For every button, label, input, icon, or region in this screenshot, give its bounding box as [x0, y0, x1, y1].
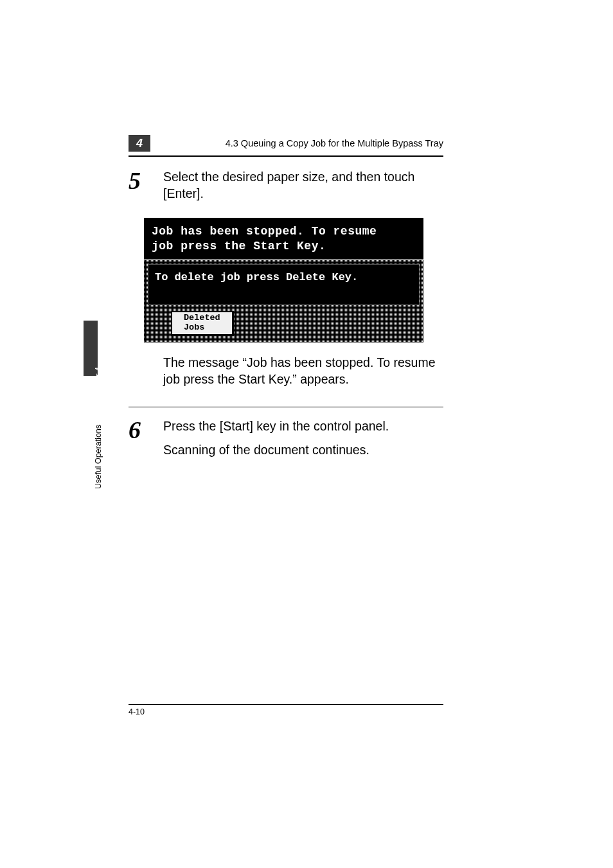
step-text: Press the [Start] key in the control pan…: [163, 416, 389, 434]
step-6: 6 Press the [Start] key in the control p…: [129, 416, 443, 458]
step-divider: [129, 407, 443, 407]
screen-header-line2: job press the Start Key.: [152, 239, 416, 254]
screen-message: To delete job press Delete Key.: [148, 264, 420, 305]
chapter-badge: 4: [129, 135, 150, 152]
screen-header: Job has been stopped. To resume job pres…: [144, 218, 423, 260]
side-tab-chapter-label: Chapter 4: [94, 367, 103, 402]
page-content: 4 4.3 Queuing a Copy Job for the Multipl…: [129, 135, 443, 467]
step-number: 5: [129, 167, 163, 193]
screen-button-line1: Deleted: [184, 313, 220, 323]
screen-button-row: Deleted Jobs: [148, 305, 420, 338]
page-header: 4 4.3 Queuing a Copy Job for the Multipl…: [129, 135, 443, 152]
screen-body: To delete job press Delete Key. Deleted …: [144, 259, 423, 342]
step-number: 6: [129, 416, 163, 442]
device-screen-illustration: Job has been stopped. To resume job pres…: [144, 218, 423, 342]
header-rule: [129, 155, 443, 157]
step-5: 5 Select the desired paper size, and the…: [129, 167, 443, 202]
deleted-jobs-button[interactable]: Deleted Jobs: [171, 311, 234, 335]
step-5-result: The message “Job has been stopped. To re…: [163, 354, 443, 388]
footer-rule: [129, 704, 443, 705]
screen-button-line2: Jobs: [184, 323, 204, 332]
step-text: Select the desired paper size, and then …: [163, 167, 443, 202]
page-footer: 4-10: [129, 704, 443, 716]
step-6-subtext: Scanning of the document continues.: [163, 441, 389, 458]
header-section-title: 4.3 Queuing a Copy Job for the Multiple …: [226, 138, 443, 148]
screen-header-line1: Job has been stopped. To resume: [152, 224, 416, 239]
side-tab-section-label: Useful Operations: [94, 425, 103, 489]
side-tab: Chapter 4 Useful Operations: [84, 321, 98, 488]
page-number: 4-10: [129, 707, 443, 716]
